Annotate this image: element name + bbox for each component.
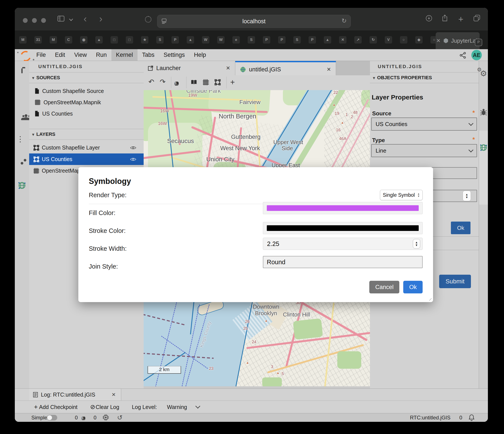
source-item-openstreetmap[interactable]: OpenStreetMap.Mapnik bbox=[29, 97, 144, 108]
favicon[interactable]: ★ bbox=[141, 36, 148, 44]
redo-icon[interactable]: ↷ bbox=[160, 78, 166, 85]
favicon[interactable]: P bbox=[309, 36, 316, 44]
favicon[interactable]: e bbox=[232, 36, 240, 44]
stepper-icon[interactable]: ▲▼ bbox=[413, 239, 420, 249]
share-icon[interactable] bbox=[442, 14, 448, 22]
menu-run[interactable]: Run bbox=[91, 49, 111, 61]
simple-mode-toggle[interactable] bbox=[47, 415, 57, 421]
favicon[interactable]: C bbox=[65, 36, 72, 44]
menu-tabs[interactable]: Tabs bbox=[137, 49, 159, 61]
sidebar-toggle-icon[interactable] bbox=[57, 16, 64, 22]
refresh-icon[interactable]: ↻ bbox=[342, 17, 347, 24]
source-select[interactable]: US Counties bbox=[371, 118, 477, 131]
downloads-icon[interactable] bbox=[426, 15, 432, 22]
menu-edit[interactable]: Edit bbox=[51, 49, 70, 61]
layers-section-header[interactable]: ▾LAYERS bbox=[29, 129, 144, 140]
cancel-button[interactable]: Cancel bbox=[369, 281, 399, 293]
bell-icon[interactable] bbox=[469, 414, 474, 422]
sources-section-header[interactable]: ▾SOURCES bbox=[29, 72, 144, 83]
undo-icon[interactable]: ↶ bbox=[148, 78, 154, 85]
window-zoom-button[interactable] bbox=[41, 18, 46, 23]
jupytergis-globe-icon[interactable] bbox=[480, 144, 487, 152]
close-tab-icon[interactable]: ✕ bbox=[106, 392, 121, 398]
menu-help[interactable]: Help bbox=[189, 49, 211, 61]
source-item-us-counties[interactable]: US Counties bbox=[29, 108, 144, 119]
add-layer-icon[interactable]: + bbox=[230, 78, 235, 86]
favicon[interactable]: □ bbox=[110, 36, 118, 44]
join-style-select[interactable]: Round bbox=[263, 256, 423, 268]
clear-log-button[interactable]: Clear Log bbox=[96, 404, 119, 410]
window-minimize-button[interactable] bbox=[32, 18, 37, 23]
add-checkpoint-button[interactable]: Add Checkpoint bbox=[39, 404, 78, 410]
menu-kernel[interactable]: Kernel bbox=[111, 49, 137, 61]
favicon[interactable]: W bbox=[217, 36, 225, 44]
menu-view[interactable]: View bbox=[70, 49, 91, 61]
log-console-tab[interactable]: Log: RTC:untitled.jGIS ✕ bbox=[29, 389, 121, 400]
browser-tab-jupyterlab[interactable]: ✕ JupyterLab P bbox=[436, 32, 480, 49]
address-bar[interactable]: localhost ↻ bbox=[157, 15, 351, 28]
layer-item-custom-shapefile[interactable]: Custom Shapefile Layer bbox=[29, 142, 144, 154]
favicon[interactable]: ◉ bbox=[80, 36, 88, 44]
raster-layer-icon[interactable] bbox=[203, 79, 209, 86]
submit-button[interactable]: Submit bbox=[439, 275, 471, 288]
favicon[interactable]: ▲ bbox=[324, 36, 331, 44]
favicon[interactable]: M bbox=[19, 36, 27, 44]
panel-ok-button[interactable]: Ok bbox=[451, 222, 470, 234]
favicon[interactable]: S bbox=[156, 36, 164, 44]
favicon[interactable]: W bbox=[202, 36, 209, 44]
favicon[interactable]: □ bbox=[126, 36, 133, 44]
favicon[interactable]: V bbox=[385, 36, 392, 44]
visibility-eye-icon[interactable] bbox=[130, 146, 136, 150]
favicon[interactable]: 31 bbox=[34, 36, 42, 44]
layer-item-us-counties[interactable]: US Counties bbox=[29, 154, 144, 165]
visibility-eye-icon[interactable] bbox=[130, 157, 136, 161]
property-inspector-gears-icon[interactable]: ⚙ bbox=[480, 70, 487, 78]
favicon[interactable]: ○ bbox=[400, 36, 407, 44]
resize-handle[interactable] bbox=[428, 297, 432, 301]
favicon[interactable]: ▲ bbox=[187, 36, 194, 44]
favicon[interactable]: ↻ bbox=[369, 36, 377, 44]
basemap-book-icon[interactable] bbox=[191, 79, 197, 86]
ok-button[interactable]: Ok bbox=[403, 281, 423, 293]
favicon[interactable]: P bbox=[171, 36, 179, 44]
log-level-select[interactable]: Warning bbox=[167, 404, 187, 410]
history-icon[interactable]: ↺ bbox=[117, 414, 123, 421]
favicon[interactable]: ◆ bbox=[415, 36, 423, 44]
favicon[interactable]: P bbox=[263, 36, 270, 44]
console-icon[interactable]: $_ bbox=[175, 79, 179, 88]
tab-overview-icon[interactable] bbox=[474, 15, 480, 22]
vector-layer-icon[interactable] bbox=[215, 79, 221, 86]
source-item-custom-shapefile[interactable]: Custom Shapefile Source bbox=[29, 85, 144, 97]
stroke-width-input[interactable]: 2.25 ▲▼ bbox=[263, 238, 423, 250]
share-document-icon[interactable] bbox=[459, 52, 466, 59]
favicon[interactable]: ↗ bbox=[354, 36, 362, 44]
render-type-select[interactable]: Single Symbol ▲▼ bbox=[380, 190, 423, 200]
favicon[interactable]: S bbox=[248, 36, 255, 44]
sidebar-chevron-icon[interactable] bbox=[70, 18, 72, 21]
tab-launcher[interactable]: Launcher ✕ bbox=[144, 61, 235, 75]
jupytergis-globe-icon[interactable] bbox=[18, 181, 26, 190]
favicon[interactable]: S bbox=[293, 36, 301, 44]
tab-untitled-jgis[interactable]: untitled.jGIS ✕ bbox=[235, 61, 336, 77]
menu-settings[interactable]: Settings bbox=[159, 49, 189, 61]
favicon[interactable]: M bbox=[50, 36, 57, 44]
fill-color-input[interactable] bbox=[263, 202, 423, 214]
new-tab-icon[interactable]: + bbox=[458, 15, 463, 24]
close-tab-icon[interactable]: ✕ bbox=[436, 38, 441, 44]
objects-properties-header[interactable]: ▾OBJECTS PROPERTIES bbox=[370, 72, 479, 83]
stepper-icon[interactable]: ▲▼ bbox=[463, 191, 471, 201]
type-select[interactable]: Line bbox=[371, 144, 477, 157]
favicon[interactable]: ▲ bbox=[95, 36, 103, 44]
back-button[interactable]: ‹ bbox=[84, 14, 87, 24]
forward-button[interactable]: › bbox=[99, 14, 102, 24]
file-browser-icon[interactable] bbox=[21, 69, 23, 73]
reader-icon[interactable] bbox=[162, 18, 166, 26]
close-tab-icon[interactable]: ✕ bbox=[322, 66, 336, 72]
favicon[interactable]: P bbox=[278, 36, 286, 44]
avatar[interactable]: AE bbox=[471, 50, 482, 60]
favicon[interactable]: ✕ bbox=[339, 36, 346, 44]
window-close-button[interactable] bbox=[23, 18, 28, 23]
stroke-color-input[interactable] bbox=[263, 222, 423, 234]
debugger-bug-icon[interactable] bbox=[480, 108, 487, 117]
close-tab-icon[interactable]: ✕ bbox=[221, 65, 235, 71]
